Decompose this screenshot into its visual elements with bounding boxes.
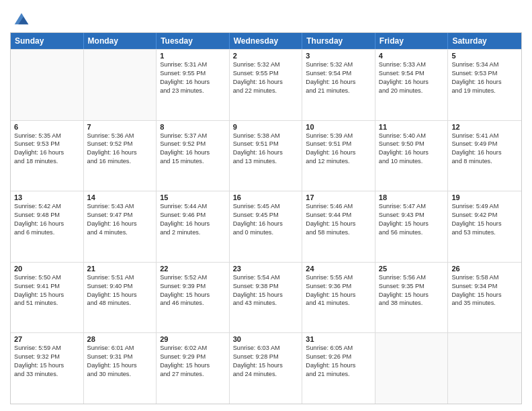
- calendar-cell: 5Sunrise: 5:34 AMSunset: 9:53 PMDaylight…: [448, 50, 521, 120]
- cell-line: Daylight: 15 hours: [14, 291, 80, 300]
- cell-line: Sunrise: 5:54 AM: [233, 273, 299, 282]
- cell-line: Sunrise: 5:42 AM: [14, 202, 80, 211]
- cell-line: Daylight: 15 hours: [451, 291, 518, 300]
- calendar-cell: 7Sunrise: 5:36 AMSunset: 9:52 PMDaylight…: [84, 121, 157, 191]
- cell-line: Sunset: 9:26 PM: [306, 353, 371, 361]
- cell-line: Sunrise: 5:58 AM: [451, 273, 518, 282]
- cell-line: Sunset: 9:54 PM: [306, 69, 371, 78]
- day-number: 8: [160, 123, 226, 131]
- day-number: 18: [379, 193, 445, 201]
- cell-line: Sunset: 9:40 PM: [87, 282, 153, 291]
- cell-line: and 27 minutes.: [160, 370, 226, 379]
- cell-line: Sunrise: 5:37 AM: [160, 132, 226, 140]
- calendar-cell: 28Sunrise: 6:01 AMSunset: 9:31 PMDayligh…: [84, 333, 157, 404]
- cell-line: and 24 minutes.: [233, 370, 299, 379]
- cell-line: Sunrise: 5:40 AM: [379, 132, 445, 140]
- cell-line: Sunset: 9:43 PM: [379, 211, 445, 220]
- cell-line: and 20 minutes.: [379, 87, 445, 95]
- calendar-row-1: 6Sunrise: 5:35 AMSunset: 9:53 PMDaylight…: [11, 120, 521, 191]
- cell-line: Daylight: 15 hours: [87, 291, 153, 300]
- cell-line: Daylight: 16 hours: [233, 78, 299, 87]
- cell-line: Sunset: 9:51 PM: [233, 140, 299, 148]
- calendar-cell: 17Sunrise: 5:46 AMSunset: 9:44 PMDayligh…: [302, 191, 375, 262]
- cell-line: Daylight: 16 hours: [160, 148, 226, 157]
- cell-line: Sunset: 9:32 PM: [14, 353, 80, 361]
- cell-line: Daylight: 16 hours: [233, 148, 299, 157]
- header-day-sunday: Sunday: [11, 33, 84, 49]
- day-number: 13: [14, 193, 80, 201]
- cell-line: and 22 minutes.: [233, 87, 299, 95]
- cell-line: Daylight: 15 hours: [233, 291, 299, 300]
- page: SundayMondayTuesdayWednesdayThursdayFrid…: [0, 0, 532, 411]
- cell-line: Sunset: 9:54 PM: [379, 69, 445, 78]
- calendar-cell: [11, 50, 84, 120]
- cell-line: Sunrise: 6:01 AM: [87, 344, 153, 353]
- cell-line: Sunset: 9:45 PM: [233, 211, 299, 220]
- cell-line: Sunrise: 5:41 AM: [451, 132, 518, 140]
- cell-line: Sunset: 9:29 PM: [160, 353, 226, 361]
- cell-line: and 16 minutes.: [87, 157, 153, 166]
- cell-line: and 51 minutes.: [14, 299, 80, 308]
- day-number: 4: [379, 52, 445, 60]
- cell-line: Sunset: 9:44 PM: [306, 211, 371, 220]
- cell-line: Sunrise: 5:39 AM: [306, 132, 371, 140]
- calendar-cell: 2Sunrise: 5:32 AMSunset: 9:55 PMDaylight…: [230, 50, 303, 120]
- cell-line: and 6 minutes.: [14, 228, 80, 237]
- cell-line: and 43 minutes.: [233, 299, 299, 308]
- cell-line: Sunset: 9:35 PM: [379, 282, 445, 291]
- calendar-header: SundayMondayTuesdayWednesdayThursdayFrid…: [11, 33, 521, 49]
- day-number: 19: [451, 193, 518, 201]
- cell-line: Sunrise: 5:34 AM: [451, 60, 518, 69]
- calendar-cell: 31Sunrise: 6:05 AMSunset: 9:26 PMDayligh…: [302, 333, 375, 404]
- cell-line: Daylight: 16 hours: [87, 220, 153, 228]
- cell-line: and 41 minutes.: [306, 299, 371, 308]
- calendar-cell: 29Sunrise: 6:02 AMSunset: 9:29 PMDayligh…: [157, 333, 230, 404]
- cell-line: Daylight: 16 hours: [233, 220, 299, 228]
- cell-line: Sunset: 9:52 PM: [87, 140, 153, 148]
- header-day-monday: Monday: [84, 33, 157, 49]
- calendar-cell: 9Sunrise: 5:38 AMSunset: 9:51 PMDaylight…: [230, 121, 303, 191]
- calendar-cell: 10Sunrise: 5:39 AMSunset: 9:51 PMDayligh…: [302, 121, 375, 191]
- cell-line: Sunrise: 5:55 AM: [306, 273, 371, 282]
- header-day-friday: Friday: [375, 33, 449, 49]
- cell-line: Daylight: 15 hours: [451, 220, 518, 228]
- day-number: 31: [306, 335, 371, 343]
- cell-line: and 23 minutes.: [160, 87, 226, 95]
- day-number: 20: [14, 265, 80, 273]
- cell-line: and 15 minutes.: [160, 157, 226, 166]
- cell-line: Sunset: 9:41 PM: [14, 282, 80, 291]
- header-day-saturday: Saturday: [448, 33, 521, 49]
- day-number: 2: [233, 52, 299, 60]
- calendar-cell: 18Sunrise: 5:47 AMSunset: 9:43 PMDayligh…: [375, 191, 449, 262]
- cell-line: Sunrise: 5:32 AM: [306, 60, 371, 69]
- cell-line: Daylight: 15 hours: [14, 361, 80, 370]
- day-number: 6: [14, 123, 80, 131]
- cell-line: and 56 minutes.: [379, 228, 445, 237]
- cell-line: Daylight: 16 hours: [160, 220, 226, 228]
- calendar-cell: 26Sunrise: 5:58 AMSunset: 9:34 PMDayligh…: [448, 263, 521, 333]
- day-number: 26: [451, 265, 518, 273]
- calendar-cell: [375, 333, 449, 404]
- cell-line: and 18 minutes.: [14, 157, 80, 166]
- day-number: 16: [233, 193, 299, 201]
- cell-line: Daylight: 16 hours: [87, 148, 153, 157]
- cell-line: Sunrise: 6:05 AM: [306, 344, 371, 353]
- cell-line: and 58 minutes.: [306, 228, 371, 237]
- calendar-cell: 25Sunrise: 5:56 AMSunset: 9:35 PMDayligh…: [375, 263, 449, 333]
- cell-line: and 38 minutes.: [379, 299, 445, 308]
- cell-line: Sunrise: 5:56 AM: [379, 273, 445, 282]
- day-number: 7: [87, 123, 153, 131]
- cell-line: and 8 minutes.: [451, 157, 518, 166]
- calendar-cell: 4Sunrise: 5:33 AMSunset: 9:54 PMDaylight…: [375, 50, 449, 120]
- cell-line: and 0 minutes.: [233, 228, 299, 237]
- calendar: SundayMondayTuesdayWednesdayThursdayFrid…: [10, 32, 522, 404]
- day-number: 24: [306, 265, 371, 273]
- calendar-cell: 22Sunrise: 5:52 AMSunset: 9:39 PMDayligh…: [157, 263, 230, 333]
- cell-line: Sunset: 9:39 PM: [160, 282, 226, 291]
- calendar-row-0: 1Sunrise: 5:31 AMSunset: 9:55 PMDaylight…: [11, 49, 521, 120]
- day-number: 3: [306, 52, 371, 60]
- cell-line: Daylight: 16 hours: [451, 148, 518, 157]
- cell-line: and 21 minutes.: [306, 370, 371, 379]
- cell-line: Daylight: 15 hours: [306, 220, 371, 228]
- cell-line: Daylight: 16 hours: [379, 78, 445, 87]
